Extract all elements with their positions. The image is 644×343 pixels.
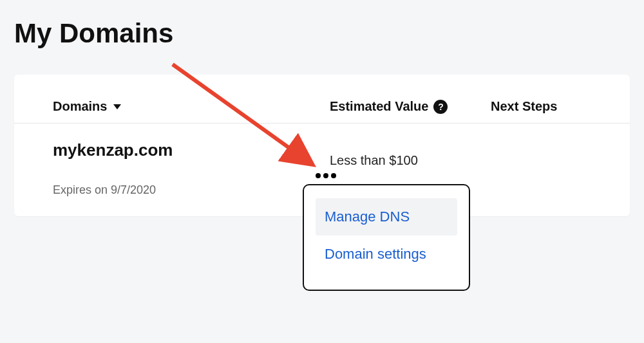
table-header-row: Domains Estimated Value ? Next Steps	[14, 75, 630, 124]
header-next-steps: Next Steps	[484, 99, 591, 114]
help-icon[interactable]: ?	[433, 100, 448, 114]
domain-actions-menu: Manage DNS Domain settings	[303, 184, 470, 291]
header-estimated-value-label: Estimated Value	[330, 99, 428, 114]
page-title: My Domains	[0, 0, 644, 49]
domain-expires: Expires on 9/7/2020	[53, 183, 330, 197]
header-estimated-value: Estimated Value ?	[330, 99, 484, 114]
estimated-value: Less than $100	[330, 140, 484, 168]
menu-item-domain-settings[interactable]: Domain settings	[316, 236, 457, 273]
menu-item-manage-dns[interactable]: Manage DNS	[316, 198, 457, 236]
domain-name[interactable]: mykenzap.com	[53, 140, 330, 160]
caret-down-icon	[113, 104, 121, 109]
more-icon[interactable]	[312, 167, 340, 184]
header-domains[interactable]: Domains	[53, 99, 330, 114]
header-domains-label: Domains	[53, 99, 107, 114]
domains-card: Domains Estimated Value ? Next Steps myk…	[14, 75, 630, 216]
